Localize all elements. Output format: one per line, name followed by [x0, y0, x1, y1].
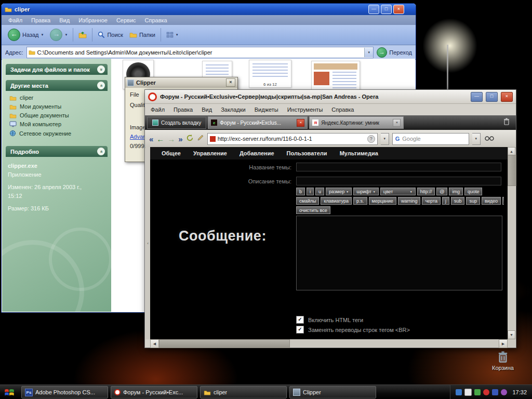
bbcode-video-button[interactable]: видео [482, 197, 501, 205]
explorer-titlebar[interactable]: cliper — □ × [2, 4, 416, 15]
task-button-cliper[interactable]: cliper [200, 386, 287, 398]
tray-icon[interactable] [464, 389, 472, 396]
close-button[interactable]: × [226, 78, 235, 87]
search-button[interactable]: Поиск [95, 27, 126, 43]
folders-button[interactable]: Папки [126, 27, 158, 43]
sidebar-item-network[interactable]: Сетевое окружение [9, 130, 107, 137]
url-dropdown[interactable]: ▼ [381, 133, 389, 145]
tray-icon[interactable] [456, 389, 462, 395]
bbcode-italic-button[interactable]: i [307, 188, 314, 195]
scrollbar-thumb[interactable] [508, 155, 516, 186]
tab-close-button[interactable]: × [297, 119, 304, 127]
bbcode-size-button[interactable]: размер▼ [326, 188, 352, 195]
bbcode-bold-button[interactable]: b [296, 188, 305, 195]
bbcode-img-button[interactable]: img [449, 188, 463, 195]
menu-item[interactable]: Правка [174, 107, 193, 113]
search-dropdown[interactable]: ▼ [472, 133, 481, 145]
clock[interactable]: 17:32 [512, 389, 527, 395]
bbcode-font-button[interactable]: шрифт▼ [353, 188, 379, 195]
rewind-button[interactable]: « [149, 135, 153, 143]
task-button-photoshop[interactable]: Ps Adobe Photoshop CS... [21, 386, 108, 398]
search-input[interactable]: G Google [392, 133, 469, 145]
menu-item[interactable]: Вид [59, 17, 70, 23]
tray-icon[interactable] [501, 389, 507, 395]
fast-forward-button[interactable]: » [178, 135, 182, 143]
edit-button[interactable] [197, 134, 204, 143]
forum-nav-link[interactable]: Общее [162, 150, 181, 156]
tab-yandex[interactable]: Я Яндекс.Картинки: умник × [309, 116, 404, 129]
sidebar-item-my-documents[interactable]: Мои документы [9, 103, 107, 110]
views-button[interactable]: ▼ [163, 27, 182, 43]
menu-item[interactable]: Файл [151, 107, 165, 113]
description-input[interactable] [296, 177, 501, 185]
menu-item[interactable]: Закладки [221, 107, 246, 113]
recycle-bin[interactable]: Корзина [486, 350, 520, 371]
bbcode-color-button[interactable]: цвет▼ [380, 188, 416, 195]
scroll-down-button[interactable]: ▼ [508, 330, 515, 339]
bbcode-keyboard-button[interactable]: клавиатура [321, 197, 352, 205]
task-button-opera[interactable]: Форум - Русский•Exc... [111, 386, 197, 398]
url-input[interactable]: http://exc-server.ru/forum/116-0-0-1-1 ? [207, 133, 378, 145]
task-button-clipper[interactable]: Clipper [289, 386, 376, 398]
vertical-scrollbar[interactable]: ▲ ▼ [508, 147, 515, 339]
tab-close-button[interactable]: × [393, 119, 401, 127]
tray-icon[interactable] [492, 389, 498, 395]
back-button[interactable]: ← [156, 135, 164, 143]
forward-button[interactable]: → [167, 135, 175, 143]
bbcode-sub-button[interactable]: sub [451, 197, 465, 205]
bbcode-ps-button[interactable]: p.s. [353, 197, 367, 205]
address-dropdown[interactable]: ▼ [364, 48, 373, 57]
tray-icon[interactable] [483, 389, 489, 395]
reload-button[interactable] [186, 134, 194, 144]
close-button[interactable]: × [393, 5, 404, 14]
menu-item[interactable]: Файл [8, 17, 22, 23]
panel-toggle[interactable]: ‹ [145, 147, 150, 339]
bbcode-line-button[interactable]: черта [422, 197, 441, 205]
details-section-header[interactable]: Подробно » [6, 146, 108, 157]
menu-item[interactable]: Инструменты [287, 107, 323, 113]
bbcode-audio-button[interactable]: аудио [502, 197, 504, 205]
bbcode-email-button[interactable]: @ [436, 188, 447, 195]
forum-nav-link[interactable]: Пользователи [287, 150, 327, 156]
menu-item[interactable]: Сервис [116, 17, 136, 23]
menu-item[interactable]: Избранное [78, 17, 108, 23]
bbcode-quote-button[interactable]: quote [464, 188, 483, 195]
start-button[interactable] [0, 385, 19, 399]
find-button[interactable] [485, 134, 494, 143]
forward-button[interactable]: → ▼ [47, 27, 71, 43]
sidebar-item-cliper[interactable]: cliper [9, 95, 107, 101]
scroll-right-button[interactable]: ▶ [499, 339, 508, 348]
minimize-button[interactable]: — [368, 5, 379, 14]
message-textarea[interactable] [296, 216, 502, 290]
sidebar-item-my-computer[interactable]: Мой компьютер [9, 121, 107, 127]
back-button[interactable]: ← Назад ▼ [5, 27, 47, 43]
bbcode-link-button[interactable]: http:// [417, 188, 435, 195]
menu-item[interactable]: Виджеты [255, 107, 278, 113]
minimize-button[interactable]: — [471, 92, 483, 102]
resize-grip[interactable] [508, 339, 515, 347]
tray-icon[interactable] [474, 389, 481, 395]
bbcode-warning-button[interactable]: warning [398, 197, 421, 205]
forum-nav-link[interactable]: Добавление [240, 150, 274, 156]
maximize-button[interactable]: □ [381, 5, 392, 14]
menu-item[interactable]: Справка [145, 17, 167, 23]
forum-nav-link[interactable]: Мультимедиа [340, 150, 378, 156]
tab-forum[interactable]: e Форум - Русский•Exclus... × [208, 116, 308, 129]
clipper-titlebar[interactable]: Clipper × [125, 77, 237, 88]
maximize-button[interactable]: □ [486, 92, 498, 102]
forum-nav-link[interactable]: Управление [193, 150, 227, 156]
menu-item[interactable]: Вид [202, 107, 212, 113]
topic-input[interactable] [296, 163, 501, 171]
scroll-left-button[interactable]: ◀ [150, 339, 159, 348]
menu-item[interactable]: Справка [331, 107, 354, 113]
closed-tabs-trash-button[interactable] [503, 117, 514, 128]
bbcode-underline-button[interactable]: u [315, 188, 324, 195]
help-icon[interactable]: ? [367, 135, 375, 143]
file-thumbnail[interactable]: 6 из 12 [249, 60, 291, 88]
file-menu[interactable]: File [130, 91, 139, 98]
bbcode-sup-button[interactable]: sup [466, 197, 480, 205]
new-tab-button[interactable]: Создать вкладку [147, 117, 206, 129]
html-tags-checkbox[interactable]: ✓ [296, 316, 304, 324]
bbcode-smilies-button[interactable]: смайлы [296, 197, 319, 205]
bbcode-j-button[interactable]: j [442, 197, 449, 205]
